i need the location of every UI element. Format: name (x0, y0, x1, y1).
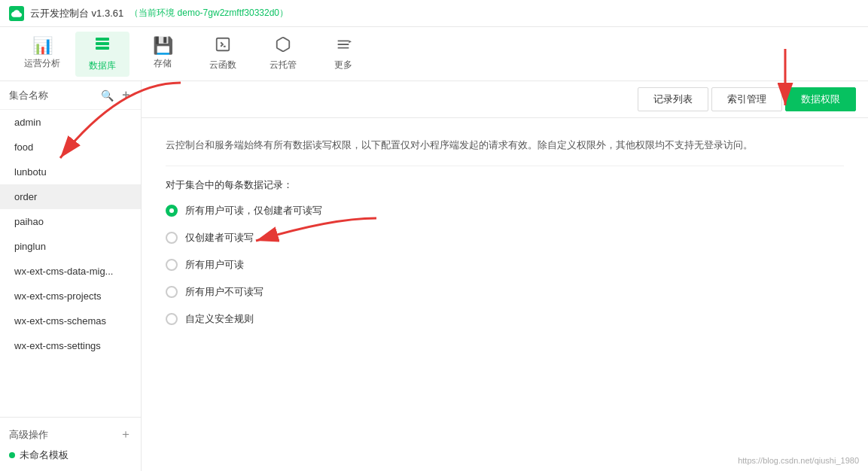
svg-rect-2 (96, 47, 109, 50)
radio-circle-2 (166, 259, 178, 271)
radio-label-3: 所有用户不可读写 (185, 285, 263, 299)
toolbar-hosting[interactable]: 云托管 (256, 32, 310, 77)
toolbar-storage[interactable]: 💾 存储 (136, 32, 190, 77)
toolbar-more-label: 更多 (334, 59, 352, 71)
radio-circle-3 (166, 286, 178, 298)
sidebar-title: 集合名称 (9, 89, 48, 102)
watermark: https://blog.csdn.net/qiushi_1980 (738, 456, 859, 465)
main-layout: 集合名称 🔍 ＋ admin food lunbotu order (0, 81, 868, 471)
svg-rect-1 (96, 42, 109, 45)
sidebar-footer: 高级操作 ＋ 未命名模板 (0, 417, 141, 471)
toolbar: 📊 运营分析 数据库 💾 存储 云函数 云托管 (0, 27, 868, 81)
toolbar-analytics[interactable]: 📊 运营分析 (15, 32, 69, 77)
radio-all-read-creator-write[interactable]: 所有用户可读，仅创建者可读写 (166, 204, 844, 217)
radio-custom[interactable]: 自定义安全规则 (166, 312, 844, 326)
app-title: 云开发控制台 v1.3.61 (30, 7, 123, 20)
tab-indexes[interactable]: 索引管理 (711, 87, 782, 111)
radio-no-access[interactable]: 所有用户不可读写 (166, 285, 844, 299)
storage-icon: 💾 (153, 38, 173, 54)
functions-icon (215, 36, 231, 56)
sidebar-item-food[interactable]: food (0, 135, 141, 160)
radio-circle-1 (166, 232, 178, 244)
toolbar-database[interactable]: 数据库 (75, 32, 129, 77)
sidebar-item-admin[interactable]: admin (0, 110, 141, 135)
tab-records[interactable]: 记录列表 (638, 87, 708, 111)
radio-label-0: 所有用户可读，仅创建者可读写 (185, 204, 322, 217)
toolbar-hosting-label: 云托管 (270, 59, 297, 71)
sidebar-item-lunbotu[interactable]: lunbotu (0, 160, 141, 184)
sidebar-item-wx-ext-cms-projects[interactable]: wx-ext-cms-projects (0, 284, 141, 308)
cloud-icon (9, 6, 24, 21)
toolbar-database-label: 数据库 (89, 59, 116, 72)
sidebar-search-icon[interactable]: 🔍 (101, 90, 114, 102)
radio-circle-4 (166, 313, 178, 325)
svg-rect-0 (96, 38, 109, 41)
template-dot-icon (9, 452, 15, 458)
radio-group: 所有用户可读，仅创建者可读写 仅创建者可读写 所有用户可读 所有用户不可读写 (166, 204, 844, 326)
content-body: 云控制台和服务端始终有所有数据读写权限，以下配置仅对小程序端发起的请求有效。除自… (142, 118, 868, 471)
hosting-icon (275, 36, 291, 56)
sidebar-template-row: 未命名模板 (9, 445, 132, 465)
sidebar-advanced-add[interactable]: ＋ (120, 427, 132, 442)
header: 云开发控制台 v1.3.61 （当前环境 demo-7gw2zmftf30332… (0, 0, 868, 27)
more-icon (335, 36, 352, 56)
sidebar-template-label: 未命名模板 (20, 448, 69, 462)
sidebar-header: 集合名称 🔍 ＋ (0, 81, 141, 110)
toolbar-storage-label: 存储 (154, 57, 172, 70)
sidebar-advanced-label: 高级操作 (9, 428, 48, 442)
toolbar-analytics-label: 运营分析 (24, 57, 60, 70)
tab-permissions[interactable]: 数据权限 (785, 87, 856, 111)
database-icon (93, 35, 111, 56)
sidebar-item-wx-ext-cms-settings[interactable]: wx-ext-cms-settings (0, 333, 141, 358)
radio-label-4: 自定义安全规则 (185, 312, 254, 326)
sidebar-item-paihao[interactable]: paihao (0, 209, 141, 234)
content-area: 记录列表 索引管理 数据权限 云控制台和服务端始终有所有数据读写权限，以下配置仅… (142, 81, 868, 471)
tab-bar: 记录列表 索引管理 数据权限 (142, 81, 868, 118)
env-label: （当前环境 demo-7gw2zmftf30332d0） (129, 7, 288, 20)
sidebar-item-wx-ext-cms-schemas[interactable]: wx-ext-cms-schemas (0, 308, 141, 333)
sidebar: 集合名称 🔍 ＋ admin food lunbotu order (0, 81, 142, 471)
radio-creator-only[interactable]: 仅创建者可读写 (166, 231, 844, 245)
section-label: 对于集合中的每条数据记录： (166, 178, 844, 192)
toolbar-more[interactable]: 更多 (316, 32, 370, 77)
sidebar-list: admin food lunbotu order paihao pinglun (0, 110, 141, 417)
radio-circle-checked (166, 205, 178, 217)
sidebar-item-pinglun[interactable]: pinglun (0, 234, 141, 259)
toolbar-functions-label: 云函数 (209, 59, 236, 71)
analytics-icon: 📊 (32, 38, 53, 54)
radio-all-read[interactable]: 所有用户可读 (166, 258, 844, 272)
sidebar-add-icon[interactable]: ＋ (120, 87, 132, 103)
toolbar-functions[interactable]: 云函数 (196, 32, 250, 77)
info-text: 云控制台和服务端始终有所有数据读写权限，以下配置仅对小程序端发起的请求有效。除自… (166, 136, 844, 166)
sidebar-item-wx-ext-cms-data-mig[interactable]: wx-ext-cms-data-mig... (0, 259, 141, 284)
svg-marker-4 (349, 41, 352, 44)
radio-label-2: 所有用户可读 (185, 258, 244, 272)
sidebar-actions: 🔍 ＋ (101, 87, 132, 103)
sidebar-footer-row: 高级操作 ＋ (9, 424, 132, 445)
radio-label-1: 仅创建者可读写 (185, 231, 254, 245)
sidebar-item-order[interactable]: order (0, 184, 141, 209)
